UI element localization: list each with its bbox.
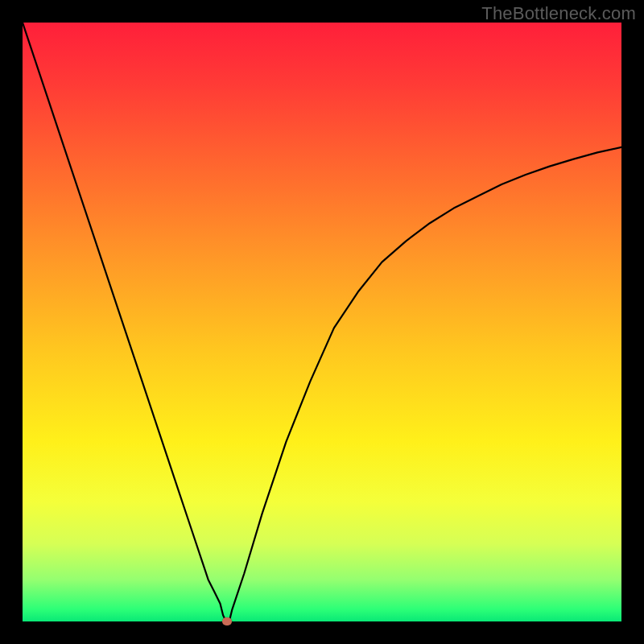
optimal-point-marker (222, 617, 232, 625)
bottleneck-curve (23, 23, 621, 621)
chart-frame: TheBottleneck.com (0, 0, 644, 644)
curve-svg (23, 23, 621, 621)
plot-area (23, 23, 621, 621)
watermark-text: TheBottleneck.com (481, 3, 636, 24)
